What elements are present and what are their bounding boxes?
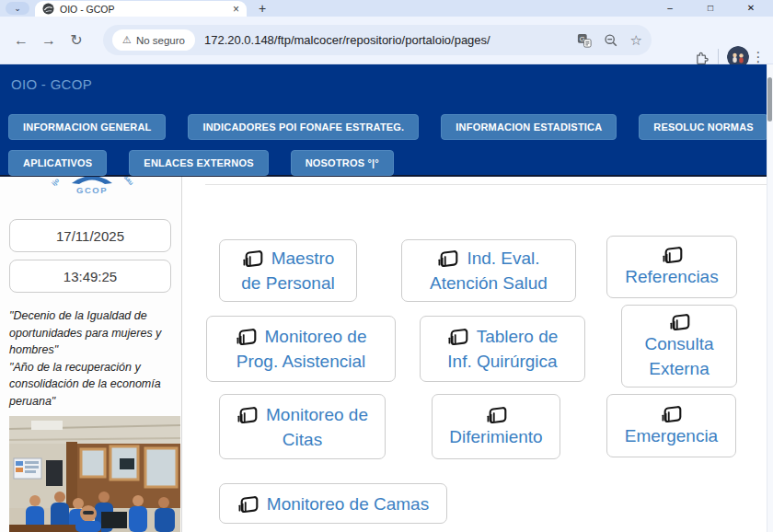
time-display: 13:49:25: [9, 260, 171, 293]
new-tab-button[interactable]: +: [259, 1, 266, 16]
dash-button-label: Ind. Eval.: [467, 246, 539, 271]
nav-item-informacion-general[interactable]: INFORMACION GENERAL: [8, 114, 166, 140]
browser-tab[interactable]: OIO - GCOP ×: [35, 1, 247, 17]
browser-toolbar: ← → ↻ ⚠ No seguro 172.20.0.148/ftp/malco…: [0, 17, 773, 64]
close-button[interactable]: ✕: [731, 0, 771, 17]
powerbi-icon: [661, 404, 682, 423]
translate-icon[interactable]: G: [577, 33, 592, 48]
tab-title: OIO - GCOP: [60, 4, 227, 15]
powerbi-icon: [447, 327, 468, 346]
nav-item-indicadores-poi-fonafe-estrateg[interactable]: INDICADORES POI FONAFE ESTRATEG.: [188, 114, 419, 140]
warning-icon: ⚠: [122, 34, 132, 46]
content-divider: [205, 184, 767, 185]
dash-button-label: Inf. Quirúrgica: [447, 349, 557, 374]
powerbi-icon: [669, 312, 690, 331]
window-controls: – □ ✕: [650, 0, 771, 17]
motto-text: "Decenio de la Igualdad de oportunidades…: [9, 307, 176, 410]
page-scrollbar[interactable]: [767, 64, 773, 532]
maximize-button[interactable]: □: [690, 0, 731, 17]
dash-button-emergencia[interactable]: Emergencia: [606, 394, 736, 457]
dash-button-monitoreo-prog-asistencial[interactable]: Monitoreo deProg. Asistencial: [206, 316, 396, 382]
powerbi-icon: [437, 249, 458, 268]
dash-button-label: Atención Salud: [430, 271, 548, 295]
dash-button-maestro-de-personal[interactable]: Maestrode Personal: [219, 239, 357, 302]
dash-button-label: Diferimiento: [449, 424, 542, 449]
bookmark-star-icon[interactable]: ☆: [630, 32, 642, 49]
sidebar: ijo sau GCOP 17/11/2025 13:49:25 "Deceni…: [0, 177, 182, 532]
dash-button-label: Monitoreo de: [266, 402, 368, 427]
powerbi-icon: [662, 245, 683, 264]
nav-item-nosotros[interactable]: NOSOTROS °|°: [291, 150, 394, 176]
dash-button-label: Consulta: [645, 331, 714, 356]
tab-close-icon[interactable]: ×: [233, 4, 239, 15]
browser-menu-icon[interactable]: ⋮: [749, 49, 767, 65]
page-title: OIO - GCOP: [11, 76, 92, 92]
main-content: Maestrode PersonalInd. Eval.Atención Sal…: [182, 177, 767, 532]
nav-item-aplicativos[interactable]: APLICATIVOS: [8, 150, 107, 176]
powerbi-icon: [237, 494, 259, 514]
nav-item-enlaces-externos[interactable]: ENLACES EXTERNOS: [129, 150, 268, 176]
motto-line-1: "Decenio de la Igualdad de oportunidades…: [9, 307, 176, 359]
dash-button-label: Tablero de: [477, 324, 559, 349]
zoom-out-icon[interactable]: [604, 33, 618, 48]
dash-button-label: Prog. Asistencial: [237, 349, 365, 374]
dash-button-label: Emergencia: [625, 423, 718, 448]
security-chip[interactable]: ⚠ No seguro: [112, 29, 195, 51]
powerbi-icon: [486, 405, 507, 424]
motto-line-2: "Año de la recuperación y consolidación …: [9, 359, 176, 411]
logo-text: GCOP: [44, 185, 140, 195]
dash-button-consulta-externa[interactable]: ConsultaExterna: [621, 305, 737, 387]
nav-row-2: APLICATIVOSENLACES EXTERNOSNOSOTROS °|°: [8, 150, 394, 176]
date-display: 17/11/2025: [9, 219, 171, 252]
powerbi-icon: [242, 249, 263, 268]
dash-button-tablero-inf-quirurgica[interactable]: Tablero deInf. Quirúrgica: [420, 316, 585, 382]
tab-search-button[interactable]: ⌄: [6, 2, 29, 15]
logo-wing-icon: [68, 177, 116, 185]
dash-button-label: Maestro: [271, 246, 335, 271]
scrollbar-thumb[interactable]: [767, 77, 772, 121]
dash-button-label: Referencias: [625, 264, 718, 289]
dash-button-monitoreo-de-camas[interactable]: Monitoreo de Camas: [219, 483, 447, 524]
office-photo: [9, 416, 180, 532]
chevron-down-icon: ⌄: [14, 4, 21, 13]
toolbar-separator: [718, 49, 719, 65]
dash-button-label: de Personal: [241, 271, 334, 295]
address-bar[interactable]: ⚠ No seguro 172.20.0.148/ftp/malcocer/re…: [103, 25, 652, 55]
site-header: OIO - GCOP INFORMACION GENERALINDICADORE…: [0, 64, 767, 177]
security-chip-label: No seguro: [136, 35, 185, 46]
dash-button-referencias[interactable]: Referencias: [606, 236, 737, 298]
nav-item-resoluc-normas[interactable]: RESOLUC NORMAS: [639, 114, 768, 140]
url-text: 172.20.0.148/ftp/malcocer/repositorio/po…: [204, 33, 565, 47]
back-icon[interactable]: ←: [7, 32, 35, 49]
powerbi-icon: [236, 327, 257, 346]
tab-strip: ⌄ OIO - GCOP × + – □ ✕: [0, 0, 773, 17]
dash-button-diferimiento[interactable]: Diferimiento: [432, 394, 560, 459]
reload-icon[interactable]: ↻: [63, 31, 90, 49]
dash-button-label: Monitoreo de Camas: [267, 492, 429, 516]
browser-window: ⌄ OIO - GCOP × + – □ ✕ ← → ↻ ⚠ No seguro…: [0, 0, 773, 532]
gcop-logo: ijo sau GCOP: [44, 177, 140, 197]
dash-button-label: Monitoreo de: [265, 324, 367, 349]
nav-row-1: INFORMACION GENERALINDICADORES POI FONAF…: [8, 114, 768, 140]
dash-button-label: Citas: [283, 427, 322, 452]
dash-button-monitoreo-de-citas[interactable]: Monitoreo deCitas: [219, 394, 386, 459]
nav-item-informacion-estadistica[interactable]: INFORMACION ESTADISTICA: [441, 114, 617, 140]
extensions-puzzle-icon[interactable]: [694, 50, 710, 65]
site-favicon-globe-icon: [42, 3, 54, 15]
dash-button-ind-eval-atencion-salud[interactable]: Ind. Eval.Atención Salud: [401, 239, 576, 302]
dash-button-label: Externa: [649, 356, 709, 381]
powerbi-icon: [237, 405, 258, 424]
forward-icon[interactable]: →: [35, 32, 63, 49]
minimize-button[interactable]: –: [650, 0, 690, 17]
